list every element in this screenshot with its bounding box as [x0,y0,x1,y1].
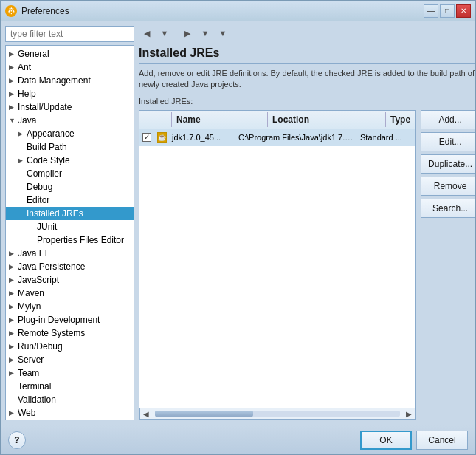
filter-input[interactable] [5,26,134,42]
horizontal-scrollbar[interactable]: ◀ ▶ [139,408,415,420]
tree-item-install-update[interactable]: ▶Install/Update [6,100,134,114]
tree-arrow-plugin-development: ▶ [9,316,16,324]
jre-row[interactable]: ✓☕jdk1.7.0_45...C:\Program Files\Java\jd… [139,129,415,146]
jre-checkbox[interactable]: ✓ [142,133,151,142]
jre-location-cell: C:\Program Files\Java\jdk1.7.0.... [235,131,357,144]
panel-description: Add, remove or edit JRE definitions. By … [139,68,475,91]
tree-label-javascript: JavaScript [18,275,59,285]
tree-item-properties-files-editor[interactable]: Properties Files Editor [6,233,134,247]
tree-item-help[interactable]: ▶Help [6,87,134,100]
tree-item-installed-jres[interactable]: Installed JREs [6,207,134,220]
tree-label-compiler: Compiler [27,168,62,179]
tree-item-plugin-development[interactable]: ▶Plug-in Development [6,313,134,326]
jre-table-header: Name Location Type [139,111,415,129]
tree-item-web-services[interactable]: ▶Web Services [6,420,134,420]
left-panel: ▶General▶Ant▶Data Management▶Help▶Instal… [5,26,134,420]
tree-label-java-ee: Java EE [18,248,51,259]
tree-arrow-install-update: ▶ [9,103,16,111]
tree-item-java-persistence[interactable]: ▶Java Persistence [6,260,134,273]
tree-item-remote-systems[interactable]: ▶Remote Systems [6,326,134,340]
tree-item-editor[interactable]: Editor [6,194,134,207]
ok-button[interactable]: OK [360,431,412,450]
tree-item-web[interactable]: ▶Web [6,406,134,420]
tree-arrow-run-debug: ▶ [9,343,16,350]
title-bar-left: ⚙ Preferences [5,5,69,17]
title-controls: — □ ✕ [424,4,471,18]
close-button[interactable]: ✕ [456,4,471,18]
installed-jres-label: Installed JREs: [139,97,475,106]
window-title: Preferences [21,6,69,16]
tree-item-code-style[interactable]: ▶Code Style [6,154,134,167]
tree-item-build-path[interactable]: Build Path [6,140,134,154]
tree-label-ant: Ant [18,62,31,72]
tree-item-junit[interactable]: JUnit [6,220,134,233]
help-button[interactable]: ? [8,431,26,449]
right-panel: ◀ ▼ ▶ ▼ ▼ Installed JREs Add, remove or … [139,26,475,420]
tree-arrow-team: ▶ [9,369,16,377]
tree-label-install-update: Install/Update [18,102,72,112]
scrollbar-track[interactable] [155,411,400,417]
tree-arrow-remote-systems: ▶ [9,329,16,337]
tree-label-help: Help [18,89,36,99]
tree-arrow-data-management: ▶ [9,77,16,84]
tree-item-java-ee[interactable]: ▶Java EE [6,247,134,260]
app-icon: ⚙ [5,5,17,17]
tree-arrow-java-ee: ▶ [9,250,16,257]
tree-item-mylyn[interactable]: ▶Mylyn [6,300,134,313]
tree-item-team[interactable]: ▶Team [6,366,134,380]
tree-arrow-server: ▶ [9,356,16,363]
tree-arrow-mylyn: ▶ [9,303,16,310]
tree-label-build-path: Build Path [27,142,67,152]
remove-button[interactable]: Remove [421,177,475,196]
jre-name-cell: jdk1.7.0_45... [169,131,235,144]
tree-label-debug: Debug [27,182,52,192]
tree-item-general[interactable]: ▶General [6,47,134,61]
add-button[interactable]: Add... [421,110,475,129]
bottom-bar: ? OK Cancel [1,425,475,454]
minimize-button[interactable]: — [424,4,438,18]
panel-title: Installed JREs [139,47,475,64]
forward-button[interactable]: ▶ [179,26,196,41]
tree-item-terminal[interactable]: Terminal [6,380,134,393]
tree-arrow-web: ▶ [9,409,16,417]
tree-item-compiler[interactable]: Compiler [6,167,134,180]
tree-item-debug[interactable]: Debug [6,180,134,194]
scroll-right-arrow[interactable]: ▶ [403,408,415,420]
tree-arrow-javascript: ▶ [9,276,16,284]
duplicate-button[interactable]: Duplicate... [421,154,475,174]
col-header-type: Type [386,112,415,127]
jre-buttons: Add... Edit... Duplicate... Remove Searc… [421,110,475,420]
tree-item-maven[interactable]: ▶Maven [6,287,134,300]
search-button[interactable]: Search... [421,199,475,218]
tree-item-validation[interactable]: Validation [6,393,134,406]
tree-item-run-debug[interactable]: ▶Run/Debug [6,340,134,353]
forward-dropdown-button[interactable]: ▼ [197,26,213,41]
edit-button[interactable]: Edit... [421,132,475,151]
tree-arrow-general: ▶ [9,50,16,58]
jre-icon-cell: ☕ [154,130,169,145]
back-button[interactable]: ◀ [139,26,155,41]
tree-item-ant[interactable]: ▶Ant [6,61,134,74]
dropdown-button[interactable]: ▼ [215,26,231,41]
tree-item-server[interactable]: ▶Server [6,353,134,366]
col-header-name: Name [172,112,268,127]
jre-checkbox-cell[interactable]: ✓ [139,131,154,144]
tree-item-data-management[interactable]: ▶Data Management [6,74,134,87]
tree-label-plugin-development: Plug-in Development [18,315,100,325]
tree-label-installed-jres: Installed JREs [27,208,83,219]
jre-table-area: Name Location Type ✓☕jdk1.7.0_45...C:\Pr… [139,110,475,420]
tree-arrow-maven: ▶ [9,290,16,297]
tree-label-terminal: Terminal [18,381,51,391]
back-dropdown-button[interactable]: ▼ [156,26,173,41]
maximize-button[interactable]: □ [440,4,455,18]
cancel-button[interactable]: Cancel [416,431,468,450]
tree-item-javascript[interactable]: ▶JavaScript [6,273,134,287]
tree-item-java[interactable]: ▼Java [6,114,134,127]
tree-item-appearance[interactable]: ▶Appearance [6,127,134,140]
tree-label-general: General [18,49,49,59]
tree-view: ▶General▶Ant▶Data Management▶Help▶Instal… [5,45,134,420]
scroll-left-arrow[interactable]: ◀ [140,408,152,420]
tree-label-code-style: Code Style [27,155,70,165]
jre-type-cell: Standard ... [357,131,415,144]
nav-toolbar: ◀ ▼ ▶ ▼ ▼ [139,26,475,41]
